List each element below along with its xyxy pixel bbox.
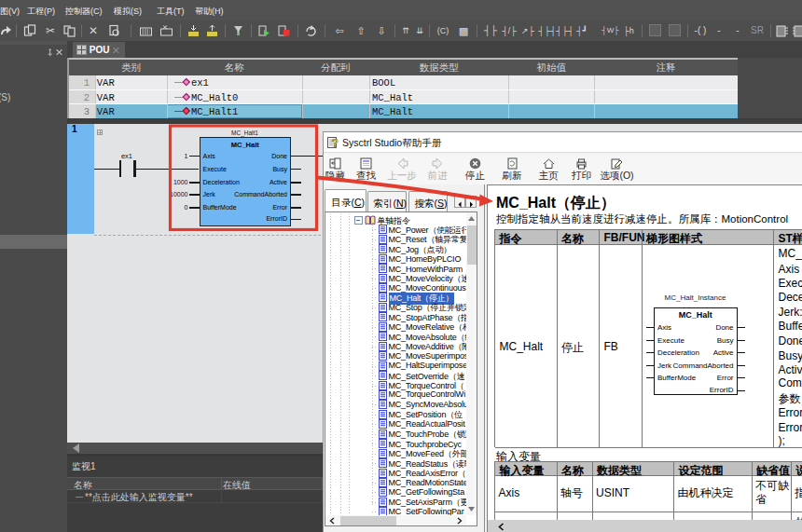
svg-text:?: ? xyxy=(332,137,339,150)
